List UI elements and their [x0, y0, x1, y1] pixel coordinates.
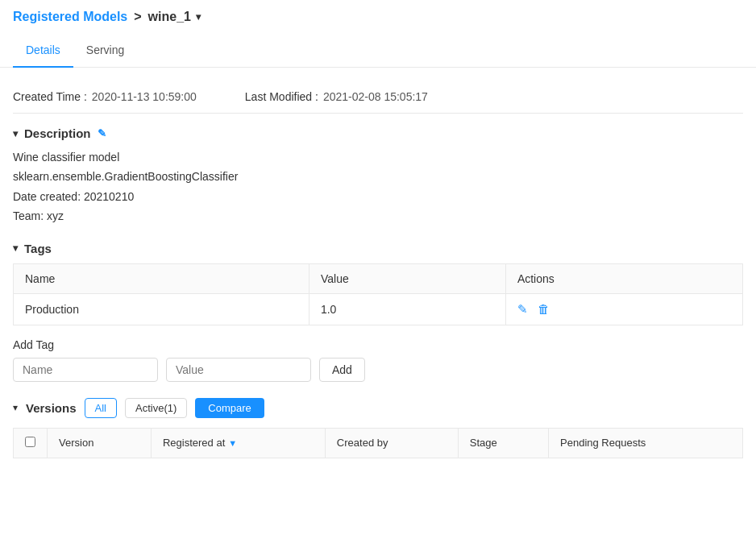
tags-col-value: Value [309, 263, 505, 293]
add-tag-inputs: Add [13, 358, 743, 382]
tags-table: Name Value Actions Production 1.0 ✎ 🗑 [13, 263, 743, 325]
add-tag-section: Add Tag Add [13, 338, 743, 382]
desc-line-4: Team: xyz [13, 207, 743, 225]
created-value: 2020-11-13 10:59:00 [92, 90, 197, 103]
sort-icon[interactable]: ▼ [228, 438, 237, 448]
tag-actions-cell: ✎ 🗑 [505, 293, 742, 325]
tags-col-actions: Actions [505, 263, 742, 293]
tags-toggle[interactable]: ▾ [13, 242, 18, 254]
tag-value-cell: 1.0 [309, 293, 505, 325]
versions-table: Version Registered at ▼ Created by Stage… [13, 428, 743, 458]
tab-details[interactable]: Details [13, 34, 73, 68]
tags-col-name: Name [14, 263, 309, 293]
add-tag-button[interactable]: Add [319, 358, 365, 382]
breadcrumb: Registered Models > wine_1 ▾ [0, 0, 756, 34]
description-header: ▾ Description ✎ [13, 126, 743, 140]
versions-title: Versions [26, 401, 77, 415]
tags-section: ▾ Tags Name Value Actions Production 1.0… [13, 242, 743, 382]
modified-time-item: Last Modified : 2021-02-08 15:05:17 [245, 90, 428, 103]
versions-col-checkbox [14, 428, 48, 458]
description-toggle[interactable]: ▾ [13, 128, 18, 139]
breadcrumb-dropdown-icon[interactable]: ▾ [196, 11, 201, 23]
versions-toggle[interactable]: ▾ [13, 402, 18, 413]
add-tag-label: Add Tag [13, 338, 743, 351]
versions-col-stage: Stage [458, 428, 548, 458]
add-tag-value-input[interactable] [166, 358, 311, 382]
breadcrumb-parent[interactable]: Registered Models [13, 10, 127, 24]
versions-col-registered-at: Registered at ▼ [151, 428, 325, 458]
tags-header: ▾ Tags [13, 242, 743, 255]
desc-line-2: sklearn.ensemble.GradientBoostingClassif… [13, 168, 743, 185]
versions-col-pending-requests: Pending Requests [549, 428, 743, 458]
add-tag-name-input[interactable] [13, 358, 158, 382]
select-all-checkbox[interactable] [25, 437, 35, 447]
versions-col-version: Version [48, 428, 152, 458]
tab-serving[interactable]: Serving [73, 34, 137, 68]
breadcrumb-separator: > [134, 10, 141, 24]
tag-name-cell: Production [14, 293, 309, 325]
breadcrumb-current: wine_1 [148, 10, 191, 24]
versions-header: ▾ Versions All Active(1) Compare [13, 398, 743, 418]
description-body: Wine classifier model sklearn.ensemble.G… [13, 148, 743, 226]
metadata-row: Created Time : 2020-11-13 10:59:00 Last … [13, 81, 743, 114]
description-title: Description [24, 126, 91, 140]
modified-value: 2021-02-08 15:05:17 [323, 90, 428, 103]
modified-label: Last Modified : [245, 90, 318, 103]
tags-title: Tags [24, 242, 52, 255]
versions-section: ▾ Versions All Active(1) Compare Version… [13, 398, 743, 458]
desc-line-1: Wine classifier model [13, 148, 743, 166]
tab-bar: Details Serving [0, 34, 756, 68]
created-time-item: Created Time : 2020-11-13 10:59:00 [13, 90, 197, 103]
description-edit-icon[interactable]: ✎ [98, 127, 106, 139]
main-content: Created Time : 2020-11-13 10:59:00 Last … [0, 68, 756, 471]
compare-button[interactable]: Compare [195, 398, 264, 418]
created-label: Created Time : [13, 90, 87, 103]
tag-delete-icon[interactable]: 🗑 [538, 302, 550, 316]
tag-edit-icon[interactable]: ✎ [517, 302, 528, 316]
filter-all-button[interactable]: All [85, 398, 117, 418]
desc-line-3: Date created: 20210210 [13, 188, 743, 205]
filter-active-button[interactable]: Active(1) [125, 398, 187, 418]
table-row: Production 1.0 ✎ 🗑 [14, 293, 743, 325]
versions-col-created-by: Created by [325, 428, 458, 458]
description-section: ▾ Description ✎ Wine classifier model sk… [13, 126, 743, 226]
